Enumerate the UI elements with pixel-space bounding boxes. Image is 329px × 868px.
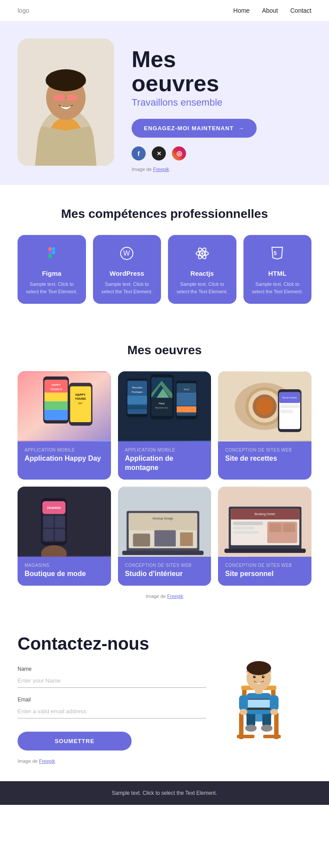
svg-rect-83 — [180, 532, 193, 546]
nav-about[interactable]: About — [262, 7, 278, 14]
figma-desc: Sample text. Click to select the Text El… — [25, 281, 79, 295]
work-card-6[interactable]: Booking Center CONCEPTION DE SITES WEB S… — [218, 487, 311, 586]
cta-arrow: → — [238, 125, 244, 132]
svg-rect-11 — [48, 251, 52, 254]
work-category-4: MAGASINS — [25, 563, 104, 568]
contact-form: Contactez-nous Name Email SOUMETTRE Imag… — [18, 634, 206, 764]
svg-text:YOUNG: YOUNG — [75, 398, 86, 401]
name-input[interactable] — [18, 674, 206, 688]
works-section: Mes oeuvres — [0, 321, 329, 612]
reactjs-icon — [175, 245, 229, 265]
skills-section: Mes compétences professionnelles Figma S… — [0, 185, 329, 321]
svg-text:HAPPY: HAPPY — [52, 384, 61, 386]
svg-text:FASHION: FASHION — [47, 506, 61, 509]
svg-text:Happy: Happy — [158, 402, 165, 405]
skills-title: Mes compétences professionnelles — [18, 207, 311, 221]
footer-text: Sample text. Click to select the Text El… — [112, 790, 217, 796]
work-category-3: CONCEPTION DE SITES WEB — [225, 448, 304, 452]
hero-subtitle: Travaillons ensemble — [132, 97, 257, 108]
svg-rect-81 — [133, 534, 150, 546]
svg-text:Site de recettes: Site de recettes — [282, 397, 297, 399]
svg-text:W: W — [123, 249, 130, 257]
skill-card-reactjs: Reactjs Sample text. Click to select the… — [168, 235, 236, 304]
svg-rect-73 — [43, 529, 54, 541]
work-card-2[interactable]: Mountain Packages Happy Mountain tour Wo… — [118, 371, 211, 480]
nav-contact[interactable]: Contact — [290, 7, 311, 14]
work-card-3[interactable]: Site de recettes CONCEPTION DE SITES WEB… — [218, 371, 311, 480]
work-info-4: MAGASINS Boutique de mode — [18, 557, 111, 586]
contact-illustration — [215, 634, 311, 748]
svg-point-124 — [263, 676, 264, 677]
submit-button[interactable]: SOUMETTRE — [18, 732, 132, 751]
figma-icon — [25, 245, 79, 265]
cta-label: ENGAGEZ-MOI MAINTENANT — [144, 125, 234, 132]
svg-point-19 — [201, 253, 203, 255]
work-info-1: APPLICATION MOBILE Application Happy Day — [18, 441, 111, 470]
wordpress-desc: Sample text. Click to select the Text El… — [100, 281, 154, 295]
svg-rect-29 — [44, 410, 68, 420]
navbar: logo Home About Contact — [0, 0, 329, 21]
svg-text:5: 5 — [274, 250, 277, 256]
svg-rect-27 — [44, 393, 68, 402]
svg-rect-106 — [247, 713, 255, 726]
work-title-1: Application Happy Day — [25, 454, 104, 463]
work-category-1: APPLICATION MOBILE — [25, 448, 104, 452]
svg-point-5 — [46, 69, 86, 91]
name-field-group: Name — [18, 666, 206, 688]
email-input[interactable] — [18, 704, 206, 719]
work-category-5: CONCEPTION DE SITES WEB — [125, 563, 204, 568]
reactjs-desc: Sample text. Click to select the Text El… — [175, 281, 229, 295]
svg-rect-65 — [280, 410, 293, 413]
html-name: HTML — [250, 270, 305, 277]
svg-point-116 — [240, 709, 247, 715]
work-image-6: Booking Center — [218, 487, 311, 557]
wordpress-name: WordPress — [100, 270, 154, 277]
work-title-5: Studio d'intérieur — [125, 569, 204, 579]
email-label: Email — [18, 697, 206, 703]
instagram-icon[interactable]: ◎ — [172, 146, 186, 160]
svg-rect-114 — [239, 695, 248, 711]
wordpress-icon: W — [100, 245, 154, 265]
skill-card-wordpress: W WordPress Sample text. Click to select… — [93, 235, 161, 304]
work-title-3: Site de recettes — [225, 454, 304, 463]
hero-freepik-credit: Image de Freepik — [132, 167, 257, 172]
work-info-5: CONCEPTION DE SITES WEB Studio d'intérie… — [118, 557, 211, 586]
contact-title: Contactez-nous — [18, 634, 206, 654]
svg-rect-12 — [48, 254, 52, 258]
skill-card-html: 5 HTML Sample text. Click to select the … — [243, 235, 312, 304]
cta-button[interactable]: ENGAGEZ-MOI MAINTENANT → — [132, 119, 257, 138]
svg-rect-43 — [127, 405, 147, 409]
svg-rect-100 — [237, 735, 254, 738]
svg-text:Mountain: Mountain — [132, 386, 143, 389]
work-info-6: CONCEPTION DE SITES WEB Site personnel — [218, 557, 311, 586]
svg-rect-101 — [263, 735, 281, 738]
work-image-3: Site de recettes — [218, 371, 311, 441]
work-image-4: FASHION — [18, 487, 111, 557]
svg-point-122 — [262, 676, 265, 678]
works-grid: HAPPY YOUNG D HAPPY YOUNG DAY APPLICATIO… — [18, 371, 311, 585]
work-image-1: HAPPY YOUNG D HAPPY YOUNG DAY — [18, 371, 111, 441]
svg-text:HAPPY: HAPPY — [75, 393, 86, 396]
svg-rect-52 — [176, 393, 196, 406]
nav-links: Home About Contact — [233, 7, 311, 14]
work-card-4[interactable]: FASHION MAGASINS Boutique de mode — [18, 487, 111, 586]
nav-home[interactable]: Home — [233, 7, 250, 14]
svg-rect-74 — [55, 529, 65, 541]
svg-rect-95 — [283, 523, 295, 532]
works-title: Mes oeuvres — [18, 343, 311, 357]
work-image-2: Mountain Packages Happy Mountain tour Wo… — [118, 371, 211, 441]
svg-rect-7 — [67, 95, 78, 101]
contact-section: Contactez-nous Name Email SOUMETTRE Imag… — [0, 612, 329, 781]
svg-rect-107 — [262, 713, 271, 726]
work-title-4: Boutique de mode — [25, 569, 104, 579]
work-card-1[interactable]: HAPPY YOUNG D HAPPY YOUNG DAY APPLICATIO… — [18, 371, 111, 480]
html-icon: 5 — [250, 245, 305, 265]
twitter-x-icon[interactable]: ✕ — [152, 146, 166, 160]
svg-rect-10 — [52, 247, 55, 251]
work-title-6: Site personnel — [225, 569, 304, 579]
facebook-icon[interactable]: f — [132, 146, 146, 160]
work-card-5[interactable]: Mockup Design CONCEPTION DE SITES WEB St… — [118, 487, 211, 586]
svg-rect-71 — [43, 516, 54, 527]
svg-text:Booking Center: Booking Center — [255, 512, 276, 516]
svg-point-123 — [254, 676, 255, 677]
